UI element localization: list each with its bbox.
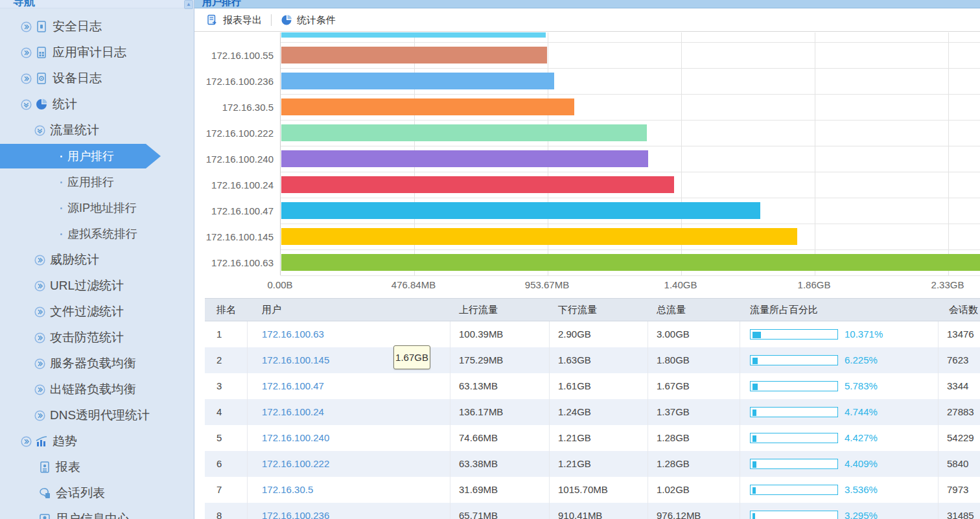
- traffic-percent-cell: 3.536%: [750, 477, 938, 503]
- sidebar-item-应用排行[interactable]: 应用排行: [0, 169, 194, 195]
- chart-ylabel-172.16.100.240: 172.16.100.240: [194, 154, 274, 165]
- cell-下行流量: 1015.70MB: [550, 477, 648, 503]
- percent-bar-fill: [752, 513, 755, 519]
- chart-hgridline: [281, 224, 980, 224]
- chevron-right-circle-icon[interactable]: [34, 281, 45, 292]
- sidebar-item-虚拟系统排行[interactable]: 虚拟系统排行: [0, 221, 194, 247]
- sidebar-item-label: URL过滤统计: [50, 277, 124, 294]
- chart-bar-172.16.100.236[interactable]: [281, 73, 554, 89]
- chevron-right-circle-icon[interactable]: [34, 255, 45, 266]
- chart-plot-area: [280, 32, 980, 275]
- chevron-down-circle-icon[interactable]: [21, 99, 32, 110]
- chart-ylabel-172.16.100.236: 172.16.100.236: [194, 76, 274, 87]
- chart-bar-clipped-top[interactable]: [281, 32, 546, 38]
- sidebar-header-label: 导航: [13, 0, 194, 8]
- sidebar-item-应用审计日志[interactable]: 应用审计日志: [0, 40, 194, 65]
- export-report-button[interactable]: 报表导出: [194, 9, 271, 31]
- user-ip-link[interactable]: 172.16.100.240: [262, 432, 329, 443]
- chart-bar-172.16.30.5[interactable]: [281, 98, 574, 115]
- sidebar-item-URL过滤统计[interactable]: URL过滤统计: [0, 273, 194, 299]
- sidebar-item-统计[interactable]: 统计: [0, 91, 194, 117]
- user-ip-link[interactable]: 172.16.100.47: [262, 380, 324, 391]
- table-row-rank-8: 8172.16.100.23665.71MB910.41MB976.12MB3.…: [205, 503, 980, 519]
- chevron-right-circle-icon[interactable]: [34, 384, 45, 395]
- chart-xtick-1.86GB: 1.86GB: [798, 279, 831, 290]
- cell-会话数: 7623: [939, 347, 980, 373]
- statistics-pie-icon: [35, 98, 48, 111]
- cell-总流量: 1.37GB: [648, 399, 740, 425]
- user-ip-link[interactable]: 172.16.30.5: [262, 484, 313, 495]
- user-ip-link[interactable]: 172.16.100.24: [262, 406, 324, 417]
- sidebar-item-流量统计[interactable]: 流量统计: [0, 117, 194, 143]
- cell-排名: 4: [205, 399, 248, 425]
- chevron-right-circle-icon[interactable]: [21, 436, 32, 447]
- chart-xtick-0.00B: 0.00B: [267, 279, 292, 290]
- sidebar-item-安全日志[interactable]: 安全日志: [0, 14, 194, 40]
- user-ip-link[interactable]: 172.16.100.236: [262, 510, 329, 519]
- user-ip-link[interactable]: 172.16.100.222: [262, 458, 329, 469]
- chart-bar-172.16.100.24[interactable]: [281, 176, 674, 193]
- percent-value: 3.295%: [845, 503, 878, 519]
- chart-bar-172.16.100.55[interactable]: [281, 47, 547, 63]
- sidebar-item-label: 用户信息中心: [56, 511, 130, 519]
- cell-会话数: 5840: [939, 451, 980, 477]
- bullet-dot: [60, 156, 62, 157]
- bullet-dot: [60, 181, 62, 183]
- sidebar-item-label: 会话列表: [56, 485, 105, 502]
- chevron-down-circle-icon[interactable]: [34, 125, 45, 136]
- chart-bar-172.16.100.47[interactable]: [281, 202, 760, 219]
- statistics-conditions-button[interactable]: 统计条件: [272, 9, 345, 31]
- chart-bar-172.16.100.222[interactable]: [281, 124, 647, 141]
- report-doc-icon: [38, 461, 51, 474]
- cell-会话数: 54229: [939, 425, 980, 451]
- chart-bar-172.16.100.63[interactable]: [281, 254, 980, 271]
- sidebar-item-报表[interactable]: 报表: [0, 454, 194, 480]
- sidebar-scroll-up-button[interactable]: ▲: [184, 0, 193, 9]
- cell-用户: 172.16.100.236: [248, 503, 450, 519]
- sidebar-item-设备日志[interactable]: 设备日志: [0, 65, 194, 91]
- column-header-下行流量[interactable]: 下行流量: [550, 299, 648, 321]
- chart-hgridline: [281, 249, 980, 250]
- chart-ylabel-172.16.100.47: 172.16.100.47: [194, 205, 274, 216]
- chevron-right-circle-icon[interactable]: [34, 332, 45, 343]
- sidebar-item-DNS透明代理统计[interactable]: DNS透明代理统计: [0, 402, 194, 428]
- sidebar-item-label: 统计: [52, 96, 77, 113]
- chevron-right-circle-icon[interactable]: [21, 47, 32, 58]
- statistics-conditions-label: 统计条件: [297, 14, 336, 27]
- cell-流量所占百分比: 4.744%: [740, 399, 939, 425]
- percent-bar-outline: [750, 459, 838, 469]
- sidebar-item-label: 出链路负载均衡: [50, 381, 136, 398]
- sidebar-item-攻击防范统计[interactable]: 攻击防范统计: [0, 325, 194, 351]
- column-header-会话数[interactable]: 会话数: [939, 299, 980, 321]
- sidebar-item-服务器负载均衡[interactable]: 服务器负载均衡: [0, 351, 194, 376]
- sidebar-item-会话列表[interactable]: 会话列表: [0, 480, 194, 506]
- user-ip-link[interactable]: 172.16.100.145: [262, 354, 329, 365]
- chevron-right-circle-icon[interactable]: [34, 306, 45, 317]
- table-header-row: 排名用户上行流量下行流量总流量流量所占百分比会话数: [205, 298, 980, 321]
- sidebar-item-出链路负载均衡[interactable]: 出链路负载均衡: [0, 376, 194, 402]
- chevron-right-circle-icon[interactable]: [21, 73, 32, 84]
- chart-bar-172.16.100.240[interactable]: [281, 150, 648, 167]
- sidebar-item-label: 威胁统计: [50, 251, 99, 268]
- percent-bar-outline: [750, 433, 838, 443]
- column-header-排名[interactable]: 排名: [205, 299, 248, 321]
- chevron-right-circle-icon[interactable]: [34, 410, 45, 421]
- column-header-用户[interactable]: 用户: [248, 299, 450, 321]
- tab-user-ranking[interactable]: 用户排行: [194, 0, 980, 8]
- sidebar-item-威胁统计[interactable]: 威胁统计: [0, 247, 194, 273]
- chevron-right-circle-icon[interactable]: [21, 21, 32, 32]
- app-root: 导航 安全日志应用审计日志设备日志统计流量统计用户排行应用排行源IP地址排行虚拟…: [0, 0, 980, 519]
- chart-ylabel-172.16.30.5: 172.16.30.5: [194, 102, 274, 113]
- user-ip-link[interactable]: 172.16.100.63: [262, 329, 324, 340]
- chevron-right-circle-icon[interactable]: [34, 358, 45, 369]
- sidebar-item-文件过滤统计[interactable]: 文件过滤统计: [0, 299, 194, 325]
- column-header-总流量[interactable]: 总流量: [648, 299, 740, 321]
- chart-bar-172.16.100.145[interactable]: [281, 228, 797, 245]
- sidebar-item-用户排行[interactable]: 用户排行: [0, 143, 194, 169]
- column-header-流量所占百分比[interactable]: 流量所占百分比: [740, 299, 939, 321]
- column-header-上行流量[interactable]: 上行流量: [450, 299, 550, 321]
- sidebar-item-趋势[interactable]: 趋势: [0, 428, 194, 454]
- cell-上行流量: 175.29MB: [450, 347, 550, 373]
- sidebar-item-源IP地址排行[interactable]: 源IP地址排行: [0, 195, 194, 221]
- sidebar-item-用户信息中心[interactable]: 用户信息中心: [0, 506, 194, 519]
